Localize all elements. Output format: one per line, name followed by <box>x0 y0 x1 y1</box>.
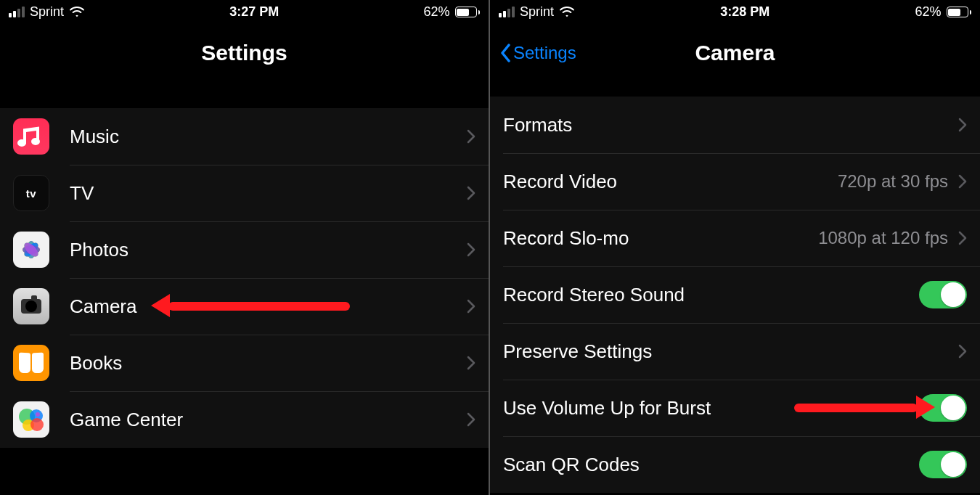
battery-percent: 62% <box>915 4 941 20</box>
battery-icon <box>455 7 481 17</box>
row-label: Record Slo-mo <box>503 227 818 250</box>
status-bar: Sprint 3:27 PM 62% <box>0 0 489 22</box>
chevron-right-icon <box>467 242 475 257</box>
settings-list: Music tv TV <box>0 108 489 448</box>
carrier-label: Sprint <box>520 4 554 20</box>
row-label: Game Center <box>70 409 467 431</box>
back-button[interactable]: Settings <box>500 43 576 63</box>
settings-row-books[interactable]: Books <box>0 335 489 391</box>
game-center-icon <box>13 401 49 438</box>
row-label: Photos <box>70 239 467 261</box>
chevron-right-icon <box>467 412 475 427</box>
battery-icon <box>947 7 972 17</box>
settings-row-camera[interactable]: Camera <box>0 278 489 335</box>
row-record-slomo[interactable]: Record Slo-mo 1080p at 120 fps <box>490 210 980 266</box>
row-value: 1080p at 120 fps <box>818 228 948 248</box>
svg-point-11 <box>30 418 44 431</box>
page-title: Settings <box>201 41 287 65</box>
row-scan-qr-codes: Scan QR Codes <box>490 436 980 493</box>
cell-signal-icon <box>499 7 515 17</box>
chevron-right-icon <box>467 299 475 314</box>
wifi-icon <box>69 7 85 18</box>
row-label: TV <box>70 182 467 205</box>
camera-icon <box>13 288 49 324</box>
row-record-stereo-sound: Record Stereo Sound <box>490 266 980 323</box>
row-record-video[interactable]: Record Video 720p at 30 fps <box>490 153 980 210</box>
nav-bar: Settings <box>0 22 489 83</box>
svg-point-12 <box>36 412 40 417</box>
row-label: Preserve Settings <box>503 340 958 363</box>
wifi-icon <box>559 7 575 18</box>
toggle-volume-burst[interactable] <box>919 394 967 422</box>
row-label: Record Video <box>503 171 838 193</box>
music-icon <box>13 118 49 155</box>
row-label: Scan QR Codes <box>503 454 919 476</box>
chevron-right-icon <box>958 118 967 132</box>
chevron-right-icon <box>958 174 967 189</box>
row-label: Record Stereo Sound <box>503 284 919 306</box>
row-label: Use Volume Up for Burst <box>503 397 919 420</box>
chevron-right-icon <box>467 186 475 200</box>
back-label: Settings <box>513 43 576 63</box>
row-volume-up-burst: Use Volume Up for Burst <box>490 380 980 436</box>
page-title: Camera <box>695 41 775 65</box>
chevron-right-icon <box>958 344 967 359</box>
books-icon <box>13 345 49 381</box>
row-value: 720p at 30 fps <box>838 171 948 192</box>
row-formats[interactable]: Formats <box>490 97 980 153</box>
camera-settings-screen: Sprint 3:28 PM 62% Settings Camera Forma… <box>490 0 980 495</box>
chevron-right-icon <box>467 129 475 144</box>
camera-settings-list: Formats Record Video 720p at 30 fps Reco… <box>490 97 980 493</box>
carrier-label: Sprint <box>30 4 64 20</box>
row-preserve-settings[interactable]: Preserve Settings <box>490 323 980 380</box>
settings-row-music[interactable]: Music <box>0 108 489 165</box>
row-label: Books <box>70 352 467 375</box>
settings-row-game-center[interactable]: Game Center <box>0 391 489 448</box>
settings-screen: Sprint 3:27 PM 62% Settings Music <box>0 0 490 495</box>
clock: 3:28 PM <box>720 4 769 20</box>
settings-row-tv[interactable]: tv TV <box>0 165 489 221</box>
chevron-left-icon <box>500 44 510 62</box>
row-label: Music <box>70 126 467 148</box>
toggle-stereo-sound[interactable] <box>919 281 967 308</box>
chevron-right-icon <box>958 231 967 245</box>
status-bar: Sprint 3:28 PM 62% <box>490 0 980 22</box>
row-label: Camera <box>70 295 467 318</box>
cell-signal-icon <box>9 7 25 17</box>
toggle-scan-qr[interactable] <box>919 451 967 478</box>
chevron-right-icon <box>467 356 475 370</box>
settings-row-photos[interactable]: Photos <box>0 221 489 278</box>
photos-icon <box>13 232 49 268</box>
nav-bar: Settings Camera <box>490 22 980 83</box>
battery-percent: 62% <box>423 4 449 20</box>
tv-icon: tv <box>13 175 49 211</box>
row-label: Formats <box>503 114 958 136</box>
clock: 3:27 PM <box>229 4 279 20</box>
